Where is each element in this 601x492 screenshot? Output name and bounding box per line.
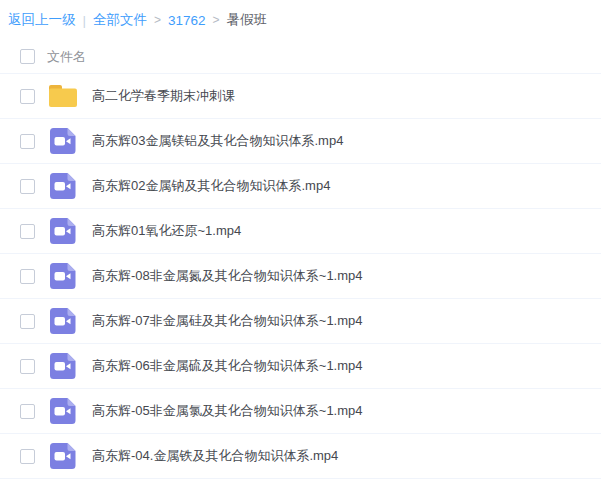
breadcrumb-item-31762[interactable]: 31762 bbox=[168, 13, 206, 28]
file-name[interactable]: 高东辉03金属镁铝及其化合物知识体系.mp4 bbox=[92, 132, 343, 150]
breadcrumb-item-current: 暑假班 bbox=[227, 11, 268, 29]
file-name[interactable]: 高东辉-05非金属氯及其化合物知识体系~1.mp4 bbox=[92, 402, 363, 420]
video-file-icon bbox=[48, 173, 78, 199]
table-row[interactable]: 高二化学春季期末冲刺课 bbox=[0, 74, 601, 119]
breadcrumb-pipe-divider: | bbox=[83, 13, 87, 28]
table-row[interactable]: 高东辉-07非金属硅及其化合物知识体系~1.mp4 bbox=[0, 299, 601, 344]
file-name[interactable]: 高东辉01氧化还原~1.mp4 bbox=[92, 222, 241, 240]
breadcrumb-separator: > bbox=[213, 13, 220, 27]
video-file-icon bbox=[48, 128, 78, 154]
filename-column-header: 文件名 bbox=[47, 48, 86, 66]
file-name[interactable]: 高东辉-04.金属铁及其化合物知识体系.mp4 bbox=[92, 447, 338, 465]
video-file-icon bbox=[48, 218, 78, 244]
row-checkbox[interactable] bbox=[20, 179, 35, 194]
file-name[interactable]: 高东辉-07非金属硅及其化合物知识体系~1.mp4 bbox=[92, 312, 363, 330]
select-all-checkbox[interactable] bbox=[20, 49, 35, 64]
breadcrumb-back-link[interactable]: 返回上一级 bbox=[8, 11, 76, 29]
table-row[interactable]: 高东辉-08非金属氮及其化合物知识体系~1.mp4 bbox=[0, 254, 601, 299]
row-checkbox[interactable] bbox=[20, 314, 35, 329]
row-checkbox[interactable] bbox=[20, 269, 35, 284]
table-row[interactable]: 高东辉-06非金属硫及其化合物知识体系~1.mp4 bbox=[0, 344, 601, 389]
row-checkbox[interactable] bbox=[20, 134, 35, 149]
breadcrumb: 返回上一级 | 全部文件 > 31762 > 暑假班 bbox=[0, 0, 601, 40]
row-checkbox[interactable] bbox=[20, 224, 35, 239]
video-file-icon bbox=[48, 308, 78, 334]
row-checkbox[interactable] bbox=[20, 89, 35, 104]
file-table-body: 高二化学春季期末冲刺课 高东辉03金属镁铝及其化合物知识体系.mp4 高东辉02… bbox=[0, 74, 601, 479]
table-row[interactable]: 高东辉03金属镁铝及其化合物知识体系.mp4 bbox=[0, 119, 601, 164]
video-file-icon bbox=[48, 263, 78, 289]
table-row[interactable]: 高东辉01氧化还原~1.mp4 bbox=[0, 209, 601, 254]
folder-icon bbox=[48, 83, 78, 109]
file-name[interactable]: 高东辉02金属钠及其化合物知识体系.mp4 bbox=[92, 177, 330, 195]
video-file-icon bbox=[48, 398, 78, 424]
row-checkbox[interactable] bbox=[20, 449, 35, 464]
table-row[interactable]: 高东辉02金属钠及其化合物知识体系.mp4 bbox=[0, 164, 601, 209]
row-checkbox[interactable] bbox=[20, 359, 35, 374]
file-name[interactable]: 高东辉-08非金属氮及其化合物知识体系~1.mp4 bbox=[92, 267, 363, 285]
table-row[interactable]: 高东辉-05非金属氯及其化合物知识体系~1.mp4 bbox=[0, 389, 601, 434]
video-file-icon bbox=[48, 443, 78, 469]
file-table-header: 文件名 bbox=[0, 40, 601, 74]
breadcrumb-separator: > bbox=[154, 13, 161, 27]
row-checkbox[interactable] bbox=[20, 404, 35, 419]
table-row[interactable]: 高东辉-04.金属铁及其化合物知识体系.mp4 bbox=[0, 434, 601, 479]
file-name[interactable]: 高东辉-06非金属硫及其化合物知识体系~1.mp4 bbox=[92, 357, 363, 375]
file-name[interactable]: 高二化学春季期末冲刺课 bbox=[92, 87, 235, 105]
video-file-icon bbox=[48, 353, 78, 379]
breadcrumb-item-all-files[interactable]: 全部文件 bbox=[93, 11, 147, 29]
